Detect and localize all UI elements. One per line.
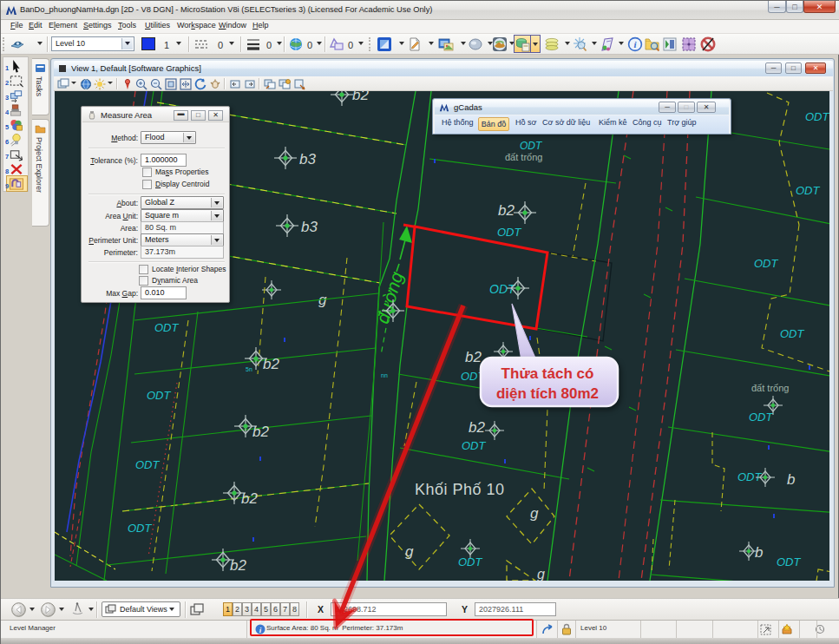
svg-text:ODT: ODT bbox=[780, 327, 805, 340]
svg-text:nn: nn bbox=[381, 372, 388, 378]
svg-text:ODT: ODT bbox=[497, 226, 522, 239]
svg-text:ODT: ODT bbox=[147, 389, 172, 402]
svg-text:Thửa tách có: Thửa tách có bbox=[501, 365, 594, 382]
svg-text:ODT: ODT bbox=[458, 555, 483, 568]
svg-text:b2: b2 bbox=[252, 424, 269, 440]
svg-text:ODT: ODT bbox=[154, 321, 180, 334]
svg-text:g: g bbox=[537, 567, 545, 581]
svg-text:b3: b3 bbox=[301, 219, 318, 235]
svg-text:b2: b2 bbox=[465, 349, 482, 365]
svg-text:ODT: ODT bbox=[749, 411, 774, 424]
svg-text:g: g bbox=[405, 543, 414, 560]
svg-text:b2: b2 bbox=[498, 202, 515, 219]
svg-text:b2: b2 bbox=[469, 419, 485, 436]
svg-text:đất trống: đất trống bbox=[751, 383, 789, 393]
svg-text:Khối Phố 10: Khối Phố 10 bbox=[415, 481, 505, 498]
svg-text:ODT: ODT bbox=[135, 458, 161, 471]
svg-text:b: b bbox=[787, 471, 795, 488]
svg-text:ODT: ODT bbox=[796, 184, 821, 197]
svg-text:ODT: ODT bbox=[462, 439, 487, 452]
svg-text:ODT: ODT bbox=[805, 110, 829, 123]
svg-text:ODT: ODT bbox=[520, 140, 543, 152]
svg-text:b2: b2 bbox=[263, 356, 279, 372]
svg-text:b: b bbox=[755, 544, 763, 561]
svg-text:b2: b2 bbox=[241, 490, 258, 507]
svg-text:đất trống: đất trống bbox=[505, 152, 542, 162]
svg-text:b2: b2 bbox=[352, 91, 369, 103]
svg-text:ODT: ODT bbox=[777, 555, 802, 568]
svg-text:b2: b2 bbox=[230, 557, 246, 574]
svg-text:5n: 5n bbox=[246, 366, 252, 372]
svg-text:ODT: ODT bbox=[754, 257, 779, 270]
svg-text:b3: b3 bbox=[299, 151, 316, 168]
svg-text:ODT: ODT bbox=[128, 522, 153, 535]
svg-text:g: g bbox=[530, 505, 539, 522]
svg-text:diện tích 80m2: diện tích 80m2 bbox=[496, 385, 599, 402]
